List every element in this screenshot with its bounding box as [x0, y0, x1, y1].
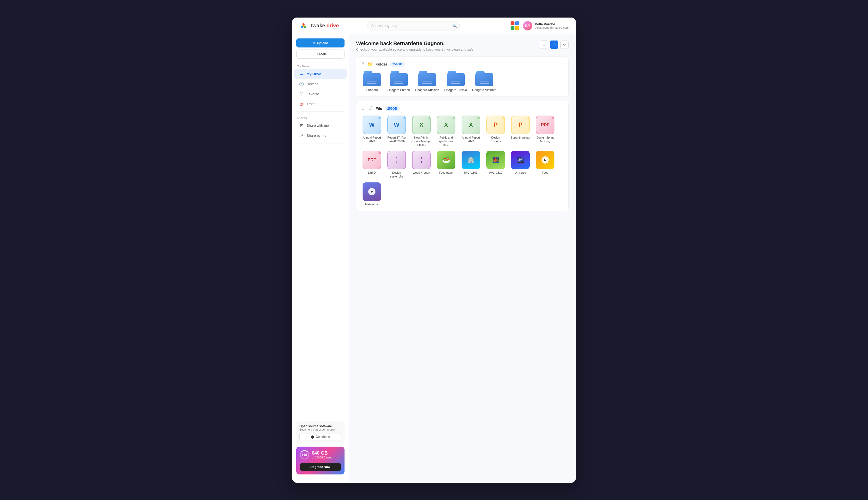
- file-linto[interactable]: PDF LinTO: [361, 151, 382, 178]
- file-thumb-excel-1: X: [412, 116, 431, 134]
- file-img-1309[interactable]: 🏢 IMG_1309: [461, 151, 481, 178]
- upload-button[interactable]: ⬆ Upload: [296, 38, 345, 47]
- file-report-17[interactable]: W Report 17 (Apr 24-28, 2023): [386, 116, 407, 147]
- file-public-sync[interactable]: X Public and synchronize styl...: [436, 116, 456, 147]
- file-new-admin[interactable]: X New Admin portal - Manage a mai...: [411, 116, 432, 147]
- folder-icon-linagora: [363, 71, 381, 86]
- file-name-food-travel: Food travel: [439, 171, 453, 174]
- files-type-label: File: [375, 106, 382, 111]
- search-input[interactable]: [367, 21, 460, 31]
- file-name-design-sprint: Design Sprint Meeting: [535, 136, 555, 143]
- sidebar: ⬆ Upload + Create My Drive ☁ My Drive 🕐 …: [292, 34, 349, 483]
- user-name: Bella Porche: [535, 22, 569, 26]
- filter-button[interactable]: ≎: [560, 41, 569, 49]
- welcome-header: Welcome back Bernardette Gagnon, Checkou…: [356, 41, 569, 52]
- my-drive-label: My Drive: [292, 63, 349, 69]
- file-img-1310[interactable]: 🌉 IMG_1310: [485, 151, 506, 178]
- contribute-button[interactable]: ⬤ Contribute: [299, 433, 342, 440]
- storage-circle: 64%: [300, 450, 309, 459]
- upgrade-button[interactable]: Upgrade Now: [300, 463, 341, 471]
- sidebar-item-recent[interactable]: 🕐 Recent: [294, 79, 347, 89]
- file-thumb-fig-2: ✦ ✦: [412, 151, 431, 169]
- folder-linagora-french[interactable]: Linagora French: [387, 71, 410, 92]
- folders-badge: 256GB: [390, 62, 405, 67]
- folder-name-linagora-vietnam: Linagora Vietnam: [472, 88, 496, 92]
- folder-name-linagora-russian: Linagora Russian: [415, 88, 439, 92]
- storage-info: 640 GB of 1000GB used: [312, 451, 332, 459]
- header: Twake drive 🔍 BP Bella Porche bellap: [292, 18, 576, 34]
- file-name-design-resource: Design Resource: [485, 136, 506, 143]
- svg-point-4: [302, 25, 304, 27]
- sidebar-bottom: Open source software Become a part of co…: [292, 421, 349, 479]
- welcome-title: Welcome back Bernardette Gagnon,: [356, 41, 474, 46]
- file-design-sprint[interactable]: PDF Design Sprint Meeting: [535, 116, 555, 147]
- file-section-icon: 📄: [367, 106, 373, 112]
- file-thumb-pdf-2: PDF: [362, 151, 381, 169]
- search-icon: 🔍: [452, 24, 457, 28]
- file-annual-report-2[interactable]: X Annual Report 2023: [461, 116, 481, 147]
- folder-icon-linagora-vietnam: [475, 71, 493, 86]
- file-thumb-word-2: W: [387, 116, 406, 134]
- folder-linagora-vietnam[interactable]: Linagora Vietnam: [472, 71, 496, 92]
- create-button[interactable]: + Create: [296, 49, 345, 59]
- file-name-metaverse: Metaverse: [365, 203, 378, 206]
- file-name-universe: Universe: [515, 171, 526, 174]
- drag-handle-files[interactable]: ⠿: [361, 106, 364, 111]
- storage-top: 64% 640 GB of 1000GB used: [300, 450, 341, 459]
- apps-icon[interactable]: [511, 21, 519, 30]
- logo-text: Twake drive: [310, 23, 339, 29]
- file-food-travel[interactable]: 🥗 Food travel: [436, 151, 456, 178]
- file-thumb-excel-3: X: [462, 116, 480, 134]
- file-food-video[interactable]: ▶ Food: [535, 151, 555, 178]
- file-weekly-report[interactable]: ✦ ✦ Weekly report: [411, 151, 432, 178]
- sidebar-item-share-with-me[interactable]: ⊡ Share with me: [294, 121, 347, 130]
- sidebar-item-favorite[interactable]: ♡ Favorite: [294, 89, 347, 99]
- storage-gb: 640 GB: [312, 451, 332, 456]
- drag-handle-folders[interactable]: ⠿: [361, 62, 364, 67]
- file-name-food-video: Food: [542, 171, 548, 174]
- file-name-img-1310: IMG_1310: [489, 171, 502, 174]
- welcome-subtitle: Checkout your available space and upgrad…: [356, 47, 474, 52]
- file-thumb-fig-1: ✦ ✦: [387, 151, 406, 169]
- file-metaverse[interactable]: ▶ Metaverse: [361, 182, 382, 206]
- folder-name-linagora-french: Linagora French: [387, 88, 410, 92]
- file-thumb-food-travel: 🥗: [437, 151, 455, 169]
- app-window: Twake drive 🔍 BP Bella Porche bellap: [292, 18, 576, 483]
- file-design-system-fig[interactable]: ✦ ✦ Design system.fig: [386, 151, 407, 178]
- sidebar-item-share-by-me[interactable]: ↗ Share by me: [294, 131, 347, 140]
- file-annual-report-1[interactable]: W Annual Report 2023: [361, 116, 382, 147]
- play-overlay-meta: ▶: [368, 188, 375, 195]
- user-info[interactable]: BP Bella Porche bellaporche@linagora.com: [523, 21, 569, 31]
- user-details: Bella Porche bellaporche@linagora.com: [535, 22, 569, 29]
- sidebar-item-trash[interactable]: 🗑 Trash: [294, 99, 347, 109]
- file-design-resource[interactable]: P Design Resource: [485, 116, 506, 147]
- file-thumb-excel-2: X: [437, 116, 455, 134]
- file-universe[interactable]: 🌌 Universe: [510, 151, 531, 178]
- layout: ⬆ Upload + Create My Drive ☁ My Drive 🕐 …: [292, 34, 576, 483]
- file-thumb-ppt-1: P: [486, 116, 505, 134]
- github-icon: ⬤: [311, 435, 314, 439]
- file-super-thursday[interactable]: P Super thursday: [510, 116, 531, 147]
- file-thumb-metaverse: ▶: [362, 182, 381, 201]
- sidebar-divider-2: [296, 143, 345, 144]
- upload-icon: ⬆: [313, 41, 315, 45]
- file-thumb-img-1309: 🏢: [462, 151, 480, 169]
- clock-icon: 🕐: [299, 81, 304, 87]
- folder-section-icon: 📁: [367, 61, 373, 67]
- file-thumb-ppt-2: P: [511, 116, 530, 134]
- sidebar-item-my-drive[interactable]: ☁ My Drive: [294, 69, 347, 79]
- user-email: bellaporche@linagora.com: [535, 26, 569, 29]
- opensource-subtitle: Become a part of community: [299, 428, 342, 431]
- storage-box: 64% 640 GB of 1000GB used Upgrade Now: [296, 446, 345, 475]
- filter-icon: ≎: [563, 43, 566, 47]
- grid-view-button[interactable]: ⊞: [550, 41, 558, 49]
- folder-name-linagora-tunisia: Linagora Tunisia: [444, 88, 467, 92]
- folder-linagora-tunisia[interactable]: Linagora Tunisia: [444, 71, 467, 92]
- folders-section-header: ⠿ 📁 Folder 256GB: [361, 61, 563, 67]
- folder-linagora-russian[interactable]: Linagora Russian: [415, 71, 439, 92]
- header-right: BP Bella Porche bellaporche@linagora.com: [511, 21, 569, 31]
- storage-sub: of 1000GB used: [312, 456, 332, 459]
- files-section-header: ⠿ 📄 File 256GB: [361, 106, 563, 112]
- list-view-button[interactable]: ≡: [540, 41, 548, 49]
- folder-linagora[interactable]: Linagora: [361, 71, 382, 92]
